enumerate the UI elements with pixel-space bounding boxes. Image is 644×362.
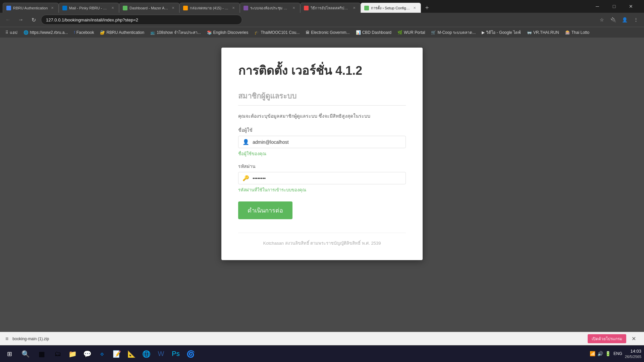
bookmark-star-icon[interactable]: ☆	[596, 14, 607, 25]
window-controls: ─ □ ✕	[590, 0, 641, 13]
bookmarks-bar: ⠿ แอป 🌐 https://www2.rbru.a... f Faceboo…	[0, 27, 644, 38]
tab-1-close[interactable]: ✕	[50, 5, 55, 11]
drawing-app[interactable]: 📐	[125, 347, 138, 361]
footer-text: Kotchasan สงวนลิขสิทธิ์ ตามพระราชบัญญัติ…	[238, 233, 406, 247]
download-close-button[interactable]: ✕	[629, 334, 639, 343]
back-button[interactable]: ←	[3, 14, 13, 25]
download-action-button[interactable]: เปิดด้วยโปรแกรม	[588, 334, 626, 343]
username-input-wrapper[interactable]: 👤	[238, 136, 406, 148]
maximize-button[interactable]: □	[606, 0, 622, 13]
extension-icon[interactable]: 🔌	[608, 14, 619, 25]
bookmark-facebook[interactable]: f Facebook	[71, 29, 97, 36]
bookmark-rbru-auth[interactable]: 🔐 RBRU Authentication	[97, 29, 147, 36]
description-text: คุณจะต้องระบุข้อมูลสมาชิกผู้ดูแลระบบ ซึ่…	[238, 112, 406, 120]
password-input[interactable]	[253, 176, 401, 181]
password-label: รหัสผ่าน	[238, 163, 406, 170]
tab-5[interactable]: ระบบจองห้องประชุม อัตราจองขึ้นแต่ล... ✕	[240, 3, 300, 13]
clock-time: 14:03	[625, 348, 641, 354]
tab-5-favicon	[244, 6, 248, 10]
tab-7[interactable]: การตั้ง › Setup Configuration ... ✕	[361, 3, 421, 13]
clock: 14:03 26/5/2565	[625, 348, 641, 360]
bookmark-wur[interactable]: 🌿 WUR Portal	[395, 29, 428, 36]
battery-icon: 🔋	[605, 351, 611, 356]
system-icons: 📶 🔊 🔋	[590, 351, 611, 356]
bookmark-facebook-label: Facebook	[76, 30, 94, 35]
tab-3-close[interactable]: ✕	[170, 5, 176, 11]
bookmark-english[interactable]: 📚 English Discoveries	[204, 29, 251, 36]
file-explorer-app[interactable]: 🗂	[51, 347, 64, 361]
tab-1[interactable]: RBRU Authentication ✕	[3, 3, 59, 13]
new-tab-button[interactable]: ＋	[422, 3, 432, 12]
section-title: สมาชิกผู้ดูแลระบบ	[238, 90, 406, 102]
tab-3-favicon	[123, 6, 127, 10]
mcoop-icon: 🛒	[431, 30, 436, 35]
minimize-button[interactable]: ─	[590, 0, 605, 13]
bookmark-vr[interactable]: 🥽 VR.THAI.RUN	[524, 29, 562, 36]
taskbar-pinned-apps: 🗂 📁 💬 ⋄ 📝 📐 🌐 W Ps 🌀	[51, 347, 197, 361]
tab-4-favicon	[183, 6, 188, 10]
download-icon: ≡	[5, 336, 8, 342]
tab-7-close[interactable]: ✕	[412, 5, 417, 11]
bookmark-video[interactable]: ▶ วิดีโอ - Google ไดฟ์	[479, 28, 524, 37]
tab-3-title: Dashboard - Mazer Admin Das...	[129, 6, 168, 10]
bookmark-cbd[interactable]: 📊 CBD Dashboard	[353, 29, 394, 36]
bookmark-egov[interactable]: 🏛 Electronic Governm...	[303, 29, 352, 36]
bookmark-rbru[interactable]: 🌐 https://www2.rbru.a...	[21, 29, 70, 36]
tab-1-favicon	[6, 6, 11, 10]
bookmark-wur-label: WUR Portal	[404, 30, 425, 35]
tab-7-title: การตั้ง › Setup Configuration ...	[371, 5, 410, 11]
search-app[interactable]: 🔍	[19, 347, 32, 361]
bookmark-108show-label: 108show จำไหนประสา...	[157, 29, 201, 36]
forward-button[interactable]: →	[15, 14, 26, 25]
photoshop-app[interactable]: Ps	[169, 347, 182, 361]
password-input-wrapper[interactable]: 🔑	[238, 172, 406, 184]
tab-4-close[interactable]: ✕	[231, 5, 236, 11]
bookmark-apps-label: แอป	[10, 29, 17, 36]
tab-bar: RBRU Authentication ✕ Mail - Pinky RBRU …	[0, 0, 644, 13]
toolbar-icons: ☆ 🔌 👤 ⋮	[596, 14, 641, 25]
bookmark-mcoop-label: M-Coop ระบบตลาด...	[437, 29, 476, 36]
folder-app[interactable]: 📁	[66, 347, 79, 361]
divider	[238, 105, 406, 106]
bookmark-108show[interactable]: 📺 108show จำไหนประสา...	[148, 28, 203, 37]
tab-6-favicon	[304, 6, 309, 10]
url-input[interactable]	[41, 15, 242, 25]
tab-4[interactable]: กล่องจดหมาย (415) - angkana.w... ✕	[179, 3, 240, 13]
volume-icon: 🔊	[597, 351, 603, 356]
task-view-app[interactable]: ▦	[35, 347, 48, 361]
profile-icon[interactable]: 👤	[619, 14, 630, 25]
chrome-app[interactable]: 🌀	[184, 347, 197, 361]
submit-button[interactable]: ดำเนินการต่อ	[238, 201, 292, 219]
108show-icon: 📺	[150, 30, 155, 35]
tab-6[interactable]: วิธีการอัปโหลดสคริปโดเมเการติดตั้ง... ✕	[300, 3, 361, 13]
word-app[interactable]: W	[154, 347, 168, 361]
reload-button[interactable]: ↻	[28, 14, 39, 25]
thaimooc-icon: 🎓	[254, 30, 259, 35]
bookmark-video-label: วิดีโอ - Google ไดฟ์	[486, 29, 521, 36]
vscode-app[interactable]: ⋄	[95, 347, 109, 361]
line-app[interactable]: 💬	[80, 347, 94, 361]
edge-app[interactable]: 🌐	[140, 347, 153, 361]
tab-5-title: ระบบจองห้องประชุม อัตราจองขึ้นแต่ล...	[250, 5, 289, 11]
language-indicator: ENG	[613, 351, 622, 356]
settings-icon[interactable]: ⋮	[631, 14, 641, 25]
download-actions: เปิดด้วยโปรแกรม ✕	[588, 334, 639, 343]
bookmark-mcoop[interactable]: 🛒 M-Coop ระบบตลาด...	[428, 28, 478, 37]
notepad-app[interactable]: 📝	[110, 347, 123, 361]
tab-3[interactable]: Dashboard - Mazer Admin Das... ✕	[119, 3, 179, 13]
close-button[interactable]: ✕	[623, 0, 639, 13]
tab-2-favicon	[62, 6, 67, 10]
tab-5-close[interactable]: ✕	[291, 5, 297, 11]
tab-6-close[interactable]: ✕	[352, 5, 357, 11]
bookmark-thaimooc[interactable]: 🎓 ThaiMOOC101 Cou...	[252, 29, 302, 36]
download-bar: ≡ booking-main (1).zip เปิดด้วยโปรแกรม ✕	[0, 332, 644, 345]
tabs-container: RBRU Authentication ✕ Mail - Pinky RBRU …	[3, 3, 590, 13]
english-icon: 📚	[207, 30, 212, 35]
tab-2[interactable]: Mail - Pinky RBRU - Outlook ✕	[59, 3, 119, 13]
bookmark-lotto[interactable]: 🎰 Thai Lotto	[562, 29, 592, 36]
start-button[interactable]: ⊞	[3, 347, 16, 361]
username-input[interactable]	[253, 139, 401, 145]
bookmark-apps[interactable]: ⠿ แอป	[3, 28, 20, 37]
tab-2-close[interactable]: ✕	[110, 5, 115, 11]
tab-1-title: RBRU Authentication	[13, 6, 48, 10]
